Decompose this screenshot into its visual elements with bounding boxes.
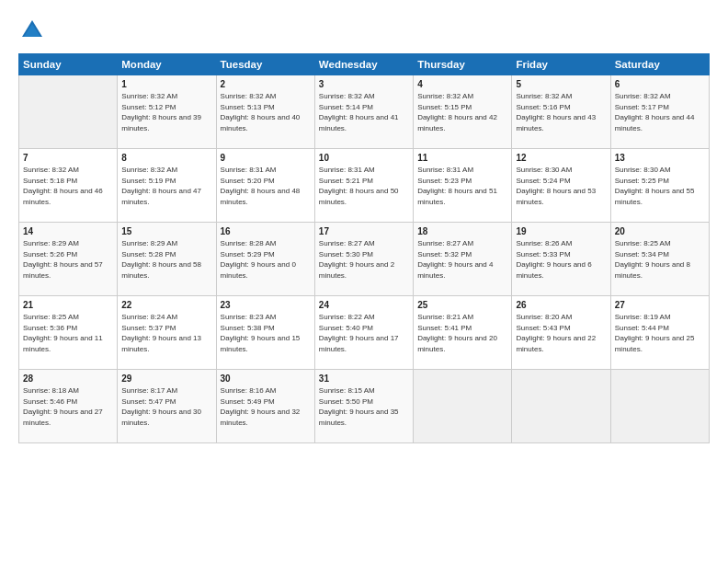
day-info: Sunrise: 8:22 AMSunset: 5:40 PMDaylight:… <box>319 312 409 354</box>
logo-icon <box>18 17 46 44</box>
calendar-header: SundayMondayTuesdayWednesdayThursdayFrid… <box>19 54 710 75</box>
calendar-cell: 5Sunrise: 8:32 AMSunset: 5:16 PMDaylight… <box>512 75 610 149</box>
day-info: Sunrise: 8:24 AMSunset: 5:37 PMDaylight:… <box>121 312 211 354</box>
calendar-cell: 2Sunrise: 8:32 AMSunset: 5:13 PMDaylight… <box>216 75 314 149</box>
calendar-cell: 19Sunrise: 8:26 AMSunset: 5:33 PMDayligh… <box>512 223 610 296</box>
calendar-cell: 4Sunrise: 8:32 AMSunset: 5:15 PMDaylight… <box>414 75 512 149</box>
day-number: 31 <box>319 373 409 384</box>
day-number: 15 <box>121 226 211 236</box>
calendar-cell <box>512 370 610 443</box>
calendar-cell: 29Sunrise: 8:17 AMSunset: 5:47 PMDayligh… <box>118 370 216 443</box>
calendar-cell: 24Sunrise: 8:22 AMSunset: 5:40 PMDayligh… <box>314 296 413 370</box>
logo <box>18 17 50 44</box>
day-number: 19 <box>516 226 606 236</box>
day-number: 18 <box>417 226 507 236</box>
day-info: Sunrise: 8:32 AMSunset: 5:15 PMDaylight:… <box>417 91 507 133</box>
day-number: 6 <box>615 79 705 89</box>
calendar-cell <box>19 75 118 149</box>
day-info: Sunrise: 8:30 AMSunset: 5:24 PMDaylight:… <box>516 165 606 207</box>
day-info: Sunrise: 8:23 AMSunset: 5:38 PMDaylight:… <box>221 312 311 354</box>
calendar-cell: 31Sunrise: 8:15 AMSunset: 5:50 PMDayligh… <box>314 370 413 443</box>
weekday-header: Saturday <box>610 54 709 75</box>
day-info: Sunrise: 8:25 AMSunset: 5:36 PMDaylight:… <box>23 312 113 354</box>
day-number: 9 <box>221 153 311 163</box>
day-number: 21 <box>23 300 113 310</box>
calendar-cell: 1Sunrise: 8:32 AMSunset: 5:12 PMDaylight… <box>118 75 216 149</box>
day-info: Sunrise: 8:25 AMSunset: 5:34 PMDaylight:… <box>615 238 705 281</box>
calendar-cell: 17Sunrise: 8:27 AMSunset: 5:30 PMDayligh… <box>314 223 413 296</box>
day-number: 1 <box>121 79 211 89</box>
calendar-cell: 20Sunrise: 8:25 AMSunset: 5:34 PMDayligh… <box>610 223 709 296</box>
calendar-cell: 9Sunrise: 8:31 AMSunset: 5:20 PMDaylight… <box>216 149 314 223</box>
weekday-header: Sunday <box>19 54 118 75</box>
day-info: Sunrise: 8:16 AMSunset: 5:49 PMDaylight:… <box>221 385 311 428</box>
day-number: 27 <box>615 300 705 310</box>
day-info: Sunrise: 8:28 AMSunset: 5:29 PMDaylight:… <box>221 238 311 281</box>
day-number: 2 <box>221 79 311 89</box>
calendar-week-row: 1Sunrise: 8:32 AMSunset: 5:12 PMDaylight… <box>19 75 710 149</box>
calendar-page: SundayMondayTuesdayWednesdayThursdayFrid… <box>0 0 728 563</box>
day-info: Sunrise: 8:32 AMSunset: 5:14 PMDaylight:… <box>319 91 409 133</box>
calendar-cell: 21Sunrise: 8:25 AMSunset: 5:36 PMDayligh… <box>19 296 118 370</box>
day-number: 26 <box>516 300 606 310</box>
calendar-week-row: 7Sunrise: 8:32 AMSunset: 5:18 PMDaylight… <box>19 149 710 223</box>
calendar-cell: 16Sunrise: 8:28 AMSunset: 5:29 PMDayligh… <box>216 223 314 296</box>
weekday-header: Tuesday <box>216 54 314 75</box>
calendar-cell: 12Sunrise: 8:30 AMSunset: 5:24 PMDayligh… <box>512 149 610 223</box>
calendar-cell: 14Sunrise: 8:29 AMSunset: 5:26 PMDayligh… <box>19 223 118 296</box>
day-info: Sunrise: 8:32 AMSunset: 5:13 PMDaylight:… <box>221 91 311 133</box>
day-number: 3 <box>319 79 409 89</box>
day-info: Sunrise: 8:18 AMSunset: 5:46 PMDaylight:… <box>23 385 113 428</box>
day-number: 28 <box>23 373 113 384</box>
calendar-cell: 7Sunrise: 8:32 AMSunset: 5:18 PMDaylight… <box>19 149 118 223</box>
calendar-cell: 30Sunrise: 8:16 AMSunset: 5:49 PMDayligh… <box>216 370 314 443</box>
calendar-cell: 15Sunrise: 8:29 AMSunset: 5:28 PMDayligh… <box>118 223 216 296</box>
day-number: 13 <box>615 153 705 163</box>
day-info: Sunrise: 8:29 AMSunset: 5:26 PMDaylight:… <box>23 238 113 281</box>
day-number: 22 <box>121 300 211 310</box>
day-number: 10 <box>319 153 409 163</box>
day-info: Sunrise: 8:30 AMSunset: 5:25 PMDaylight:… <box>615 165 705 207</box>
day-info: Sunrise: 8:32 AMSunset: 5:18 PMDaylight:… <box>23 165 113 207</box>
day-number: 11 <box>417 153 507 163</box>
calendar-cell: 6Sunrise: 8:32 AMSunset: 5:17 PMDaylight… <box>610 75 709 149</box>
day-info: Sunrise: 8:32 AMSunset: 5:12 PMDaylight:… <box>121 91 211 133</box>
day-info: Sunrise: 8:26 AMSunset: 5:33 PMDaylight:… <box>516 238 606 281</box>
weekday-header: Wednesday <box>314 54 413 75</box>
day-info: Sunrise: 8:31 AMSunset: 5:21 PMDaylight:… <box>319 165 409 207</box>
calendar-week-row: 28Sunrise: 8:18 AMSunset: 5:46 PMDayligh… <box>19 370 710 443</box>
day-number: 30 <box>221 373 311 384</box>
weekday-header: Friday <box>512 54 610 75</box>
day-info: Sunrise: 8:15 AMSunset: 5:50 PMDaylight:… <box>319 385 409 428</box>
day-info: Sunrise: 8:20 AMSunset: 5:43 PMDaylight:… <box>516 312 606 354</box>
calendar-cell <box>610 370 709 443</box>
day-number: 23 <box>221 300 311 310</box>
calendar-cell: 22Sunrise: 8:24 AMSunset: 5:37 PMDayligh… <box>118 296 216 370</box>
day-info: Sunrise: 8:32 AMSunset: 5:17 PMDaylight:… <box>615 91 705 133</box>
day-info: Sunrise: 8:32 AMSunset: 5:19 PMDaylight:… <box>121 165 211 207</box>
calendar-cell: 18Sunrise: 8:27 AMSunset: 5:32 PMDayligh… <box>414 223 512 296</box>
calendar-cell: 8Sunrise: 8:32 AMSunset: 5:19 PMDaylight… <box>118 149 216 223</box>
day-number: 12 <box>516 153 606 163</box>
page-header <box>18 17 710 44</box>
day-info: Sunrise: 8:29 AMSunset: 5:28 PMDaylight:… <box>121 238 211 281</box>
calendar-body: 1Sunrise: 8:32 AMSunset: 5:12 PMDaylight… <box>19 75 710 443</box>
day-number: 8 <box>121 153 211 163</box>
calendar-cell: 11Sunrise: 8:31 AMSunset: 5:23 PMDayligh… <box>414 149 512 223</box>
weekday-row: SundayMondayTuesdayWednesdayThursdayFrid… <box>19 54 710 75</box>
day-number: 29 <box>121 373 211 384</box>
day-info: Sunrise: 8:32 AMSunset: 5:16 PMDaylight:… <box>516 91 606 133</box>
day-info: Sunrise: 8:31 AMSunset: 5:20 PMDaylight:… <box>221 165 311 207</box>
day-info: Sunrise: 8:21 AMSunset: 5:41 PMDaylight:… <box>417 312 507 354</box>
day-info: Sunrise: 8:19 AMSunset: 5:44 PMDaylight:… <box>615 312 705 354</box>
calendar-week-row: 21Sunrise: 8:25 AMSunset: 5:36 PMDayligh… <box>19 296 710 370</box>
calendar-cell: 28Sunrise: 8:18 AMSunset: 5:46 PMDayligh… <box>19 370 118 443</box>
calendar-cell: 13Sunrise: 8:30 AMSunset: 5:25 PMDayligh… <box>610 149 709 223</box>
calendar-table: SundayMondayTuesdayWednesdayThursdayFrid… <box>18 53 710 443</box>
calendar-cell: 27Sunrise: 8:19 AMSunset: 5:44 PMDayligh… <box>610 296 709 370</box>
weekday-header: Thursday <box>414 54 512 75</box>
calendar-cell: 10Sunrise: 8:31 AMSunset: 5:21 PMDayligh… <box>314 149 413 223</box>
day-number: 24 <box>319 300 409 310</box>
calendar-week-row: 14Sunrise: 8:29 AMSunset: 5:26 PMDayligh… <box>19 223 710 296</box>
day-info: Sunrise: 8:31 AMSunset: 5:23 PMDaylight:… <box>417 165 507 207</box>
